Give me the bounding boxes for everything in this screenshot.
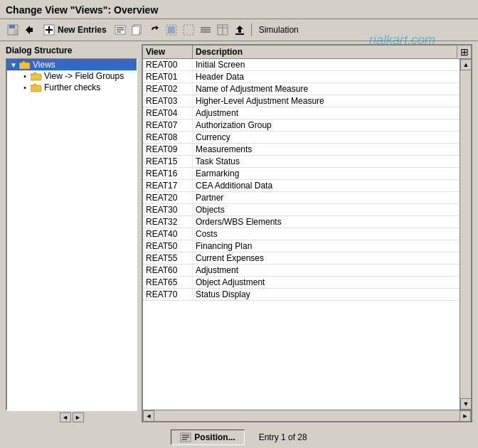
table-row[interactable]: REAT09Measurements	[143, 144, 471, 156]
cell-view: REAT50	[143, 240, 193, 252]
table-row[interactable]: REAT03Higher-Level Adjustment Measure	[143, 95, 471, 107]
cell-description: Partner	[193, 192, 471, 203]
dialog-structure-title: Dialog Structure	[6, 44, 137, 57]
select-all-icon[interactable]	[164, 23, 179, 37]
detail-icon[interactable]	[113, 23, 127, 37]
new-entries-label: New Entries	[58, 25, 107, 35]
position-label: Position...	[194, 432, 235, 442]
undo-icon[interactable]	[147, 23, 161, 37]
cell-description: Orders/WBS Elements	[193, 216, 471, 228]
vertical-scrollbar[interactable]: ▲ ▼	[460, 59, 471, 410]
main-content: Dialog Structure ▼Views•View -> Field Gr…	[0, 41, 478, 425]
toolbar: New Entries Simulation rialkart.com	[0, 19, 478, 41]
svg-rect-2	[14, 30, 17, 34]
left-scroll-right[interactable]: ►	[73, 412, 84, 422]
cell-description: Name of Adjustment Measure	[193, 83, 471, 95]
horizontal-scrollbar[interactable]: ◄ ►	[143, 410, 471, 421]
save-icon[interactable]	[6, 23, 20, 37]
table-row[interactable]: REAT30Objects	[143, 204, 471, 216]
tree-item-views[interactable]: ▼Views	[6, 59, 137, 70]
cell-view: REAT40	[143, 228, 193, 240]
tree-folder-icon-view-field-groups	[31, 71, 42, 81]
table-row[interactable]: REAT17CEA Additional Data	[143, 180, 471, 192]
left-scroll-left[interactable]: ◄	[60, 412, 71, 422]
cell-view: REAT09	[143, 144, 193, 155]
right-panel: View Description ⊞ REAT00Initial ScreenR…	[142, 44, 472, 422]
table-row[interactable]: REAT65Object Adjustment	[143, 277, 471, 289]
cell-view: REAT07	[143, 119, 193, 131]
table-row[interactable]: REAT50Financing Plan	[143, 240, 471, 252]
table-row[interactable]: REAT15Task Status	[143, 156, 471, 168]
cell-description: Header Data	[193, 71, 471, 82]
svg-rect-24	[31, 85, 41, 92]
table-row[interactable]: REAT32Orders/WBS Elements	[143, 216, 471, 228]
position-button[interactable]: Position...	[171, 430, 244, 445]
cell-view: REAT30	[143, 204, 193, 215]
cell-view: REAT60	[143, 265, 193, 276]
cell-view: REAT04	[143, 107, 193, 119]
tree-toggle-views[interactable]: ▼	[9, 60, 18, 69]
scroll-thumb[interactable]	[460, 70, 471, 398]
col-icons-header[interactable]: ⊞	[457, 46, 471, 58]
grid-settings-icon[interactable]: ⊞	[460, 46, 469, 58]
table-container: View Description ⊞ REAT00Initial ScreenR…	[142, 44, 472, 422]
svg-rect-11	[132, 26, 139, 35]
tree-container: ▼Views•View -> Field Groups•Further chec…	[6, 58, 137, 411]
h-scroll-track	[154, 410, 460, 422]
col-desc-header: Description	[193, 46, 457, 58]
tree-item-further-checks[interactable]: •Further checks	[6, 82, 137, 93]
cell-description: Earmarking	[193, 168, 471, 179]
cell-description: Task Status	[193, 156, 471, 167]
tree-toggle-view-field-groups[interactable]: •	[21, 72, 29, 80]
svg-rect-1	[9, 25, 15, 28]
title-bar: Change View "Views": Overview	[0, 0, 478, 19]
cell-description: Currency	[193, 132, 471, 143]
cell-description: CEA Additional Data	[193, 180, 471, 191]
cell-view: REAT01	[143, 71, 193, 82]
table-row[interactable]: REAT01Header Data	[143, 71, 471, 83]
h-scroll-right-arrow[interactable]: ►	[460, 410, 471, 422]
tree-toggle-further-checks[interactable]: •	[21, 83, 29, 92]
new-entries-button[interactable]: New Entries	[40, 22, 110, 38]
table-row[interactable]: REAT07Authorization Group	[143, 119, 471, 132]
h-scroll-left-arrow[interactable]: ◄	[143, 410, 154, 422]
tree-label-views: Views	[33, 60, 55, 70]
table-row[interactable]: REAT00Initial Screen	[143, 59, 471, 71]
cell-view: REAT02	[143, 83, 193, 95]
scroll-up-arrow[interactable]: ▲	[460, 59, 471, 70]
copy-icon[interactable]	[130, 23, 144, 37]
table-row[interactable]: REAT16Earmarking	[143, 168, 471, 180]
tree-label-further-checks: Further checks	[44, 82, 100, 92]
svg-rect-22	[19, 63, 30, 69]
export-icon[interactable]	[233, 23, 247, 37]
cell-description: Adjustment	[193, 265, 471, 276]
table-row[interactable]: REAT70Status Display	[143, 289, 471, 301]
table-row[interactable]: REAT04Adjustment	[143, 107, 471, 119]
cell-description: Initial Screen	[193, 59, 471, 70]
move-icon[interactable]	[198, 23, 213, 37]
table-row[interactable]: REAT60Adjustment	[143, 265, 471, 277]
shortcut-icon[interactable]	[23, 23, 37, 37]
table-row[interactable]: REAT02Name of Adjustment Measure	[143, 83, 471, 95]
toolbar-separator-1	[251, 23, 252, 36]
tree-item-view-field-groups[interactable]: •View -> Field Groups	[6, 70, 137, 82]
cell-description: Financing Plan	[193, 240, 471, 252]
svg-rect-17	[201, 31, 211, 33]
tree-label-view-field-groups: View -> Field Groups	[44, 71, 124, 81]
table-header: View Description ⊞	[143, 46, 471, 59]
cell-view: REAT08	[143, 132, 193, 143]
table-row[interactable]: REAT55Current Expenses	[143, 252, 471, 265]
table-body: REAT00Initial ScreenREAT01Header DataREA…	[143, 59, 471, 410]
table-row[interactable]: REAT20Partner	[143, 192, 471, 204]
cell-view: REAT32	[143, 216, 193, 228]
cell-view: REAT00	[143, 59, 193, 70]
tree-folder-icon-further-checks	[31, 82, 42, 92]
deselect-icon[interactable]	[181, 23, 196, 37]
bottom-bar: Position... Entry 1 of 28	[0, 425, 478, 448]
table-row[interactable]: REAT40Costs	[143, 228, 471, 240]
scroll-down-arrow[interactable]: ▼	[460, 398, 471, 410]
tree-folder-icon-views	[19, 60, 31, 70]
table-row[interactable]: REAT08Currency	[143, 132, 471, 144]
svg-rect-13	[168, 26, 175, 33]
table-icon[interactable]	[216, 23, 230, 37]
